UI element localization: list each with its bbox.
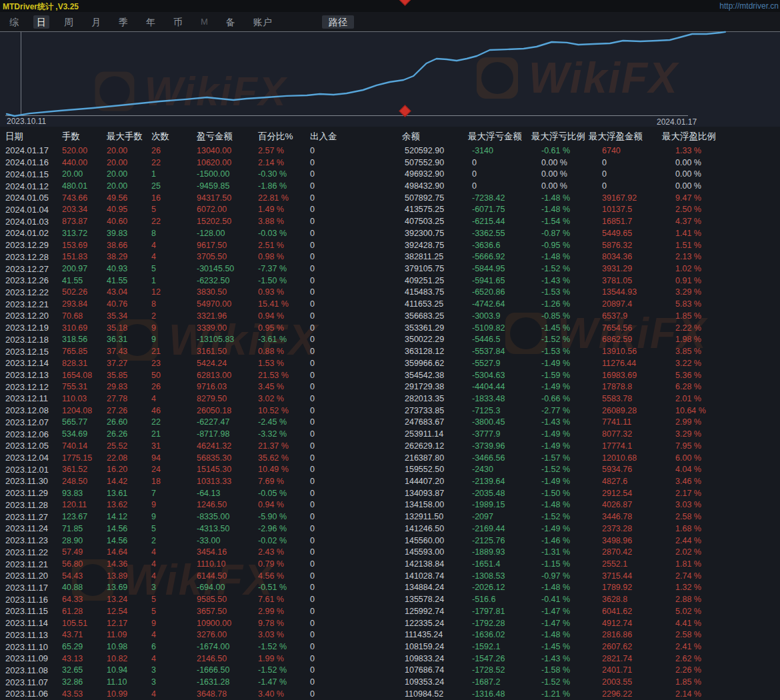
table-row[interactable]: 2023.12.05740.1425.523146241.3221.37 %02…: [0, 440, 780, 452]
cell: 0.94 %: [258, 500, 310, 509]
table-row[interactable]: 2023.11.2328.9014.562-33.00-0.02 %014556…: [0, 535, 780, 547]
cell: 3.46 %: [675, 477, 780, 486]
table-row[interactable]: 2023.11.0943.1310.8242146.501.99 %010983…: [0, 653, 780, 665]
table-row[interactable]: 2024.01.1520.0020.001-1500.00-0.30 %0496…: [0, 168, 780, 180]
table-row[interactable]: 2023.12.22502.2643.04123830.500.93 %0415…: [0, 287, 780, 299]
table-row[interactable]: 2023.11.0732.8611.103-1631.28-1.47 %0109…: [0, 676, 780, 688]
table-row[interactable]: 2023.11.27123.6714.129-8335.00-5.90 %013…: [0, 511, 780, 523]
cell: 0: [310, 512, 405, 521]
table-row[interactable]: 2023.12.21293.8440.76854970.0015.41 %041…: [0, 298, 780, 310]
cell: 0.00 %: [541, 181, 602, 191]
table-row[interactable]: 2023.11.2257.4914.6443454.162.43 %014559…: [0, 546, 780, 558]
cell: 2: [151, 536, 197, 545]
cell: -1500.00: [197, 169, 258, 179]
table-row[interactable]: 2023.12.11110.0327.7848279.503.02 %02820…: [0, 393, 780, 405]
table-row[interactable]: 2023.12.07565.7726.6022-6227.47-2.45 %02…: [0, 417, 780, 429]
table-row[interactable]: 2023.12.18318.5636.319-13105.83-3.61 %03…: [0, 334, 780, 346]
cell: 3.02 %: [258, 394, 310, 403]
cell: -3636.6: [472, 241, 541, 250]
cell: 9.78 %: [258, 619, 310, 628]
table-row[interactable]: 2023.12.131654.0835.855062813.0021.53 %0…: [0, 369, 780, 381]
cell: 125992.74: [405, 607, 472, 616]
cell: -1674.00: [197, 642, 258, 651]
table-row[interactable]: 2023.11.1664.3313.2459585.507.61 %013557…: [0, 593, 780, 605]
table-row[interactable]: 2023.11.28120.1113.6291246.500.94 %01341…: [0, 499, 780, 511]
cell: -1666.50: [197, 665, 258, 675]
menu-tab-2[interactable]: 日: [33, 15, 49, 29]
table-row[interactable]: 2023.11.1343.7111.0943276.003.03 %011143…: [0, 629, 780, 641]
table-row[interactable]: 2023.12.01361.5216.202415145.3010.49 %01…: [0, 463, 780, 475]
table-row[interactable]: 2023.12.28151.8338.2943705.500.98 %03828…: [0, 251, 780, 263]
table-row[interactable]: 2023.11.2993.8313.617-64.13-0.05 %013409…: [0, 487, 780, 499]
menu-bar: 综日周月季年币M备账户 路径: [0, 12, 780, 31]
table-row[interactable]: 2023.12.2070.6835.3423321.960.94 %035668…: [0, 310, 780, 322]
menu-tab-6[interactable]: 年: [143, 15, 159, 29]
cell: 0: [310, 335, 405, 344]
table-row[interactable]: 2023.12.081204.0827.264626050.1810.52 %0…: [0, 405, 780, 417]
table-row[interactable]: 2023.11.2156.8014.3641110.100.79 %014213…: [0, 558, 780, 570]
table-row[interactable]: 2023.11.2054.4313.8946144.504.56 %014102…: [0, 570, 780, 582]
table-row[interactable]: 2023.12.19310.6935.1893339.000.95 %03533…: [0, 322, 780, 334]
app-url-link[interactable]: http://mtdriver.cn: [719, 1, 779, 11]
table-row[interactable]: 2024.01.16440.0020.002210620.002.14 %050…: [0, 157, 780, 169]
cell: 6537.9: [602, 311, 675, 321]
cell: 3628.8: [602, 595, 675, 604]
menu-tab-7[interactable]: 币: [170, 15, 186, 29]
table-row[interactable]: 2023.12.14828.3137.27235424.241.53 %0359…: [0, 357, 780, 369]
table-row[interactable]: 2024.01.02313.7239.838-128.00-0.03 %0392…: [0, 227, 780, 239]
cell: 2023.12.14: [5, 358, 62, 368]
table-row[interactable]: 2023.11.0832.6510.943-1666.50-1.52 %0107…: [0, 665, 780, 677]
path-button[interactable]: 路径: [322, 15, 354, 29]
menu-tab-9[interactable]: 备: [223, 15, 239, 29]
table-row[interactable]: 2023.12.15765.8537.43213161.500.88 %0363…: [0, 345, 780, 357]
cell: 38.66: [107, 241, 151, 250]
menu-tab-1[interactable]: 综: [6, 15, 22, 29]
table-row[interactable]: 2023.12.041775.1522.089456835.3035.62 %0…: [0, 452, 780, 464]
cell: 0.00 %: [541, 158, 602, 167]
cell: 200.97: [62, 264, 107, 273]
table-row[interactable]: 2023.11.1561.2812.5453657.502.99 %012599…: [0, 605, 780, 617]
cell: 40.76: [107, 299, 151, 309]
cell: 1246.50: [197, 500, 258, 509]
menu-tab-8[interactable]: M: [197, 15, 211, 29]
cell: 22.08: [107, 453, 151, 463]
cell: 105.51: [62, 619, 107, 628]
table-row[interactable]: 2023.12.27200.9740.935-30145.50-7.37 %03…: [0, 263, 780, 275]
cell: 2: [151, 311, 197, 321]
table-row[interactable]: 2023.12.29153.6938.6649617.502.51 %03924…: [0, 239, 780, 251]
table-row[interactable]: 2023.12.12755.3129.83269716.033.45 %0291…: [0, 381, 780, 393]
table-row[interactable]: 2023.11.0643.5310.9943648.783.40 %011098…: [0, 688, 780, 700]
cell: 0: [310, 453, 405, 463]
table-row[interactable]: 2023.11.2471.8514.565-4313.50-2.96 %0141…: [0, 523, 780, 535]
cell: 273733.85: [405, 406, 472, 415]
table-row[interactable]: 2023.12.06534.6926.2621-8717.98-3.32 %02…: [0, 428, 780, 440]
cell: 62813.00: [197, 371, 258, 380]
menu-tab-4[interactable]: 月: [88, 15, 104, 29]
menu-tab-3[interactable]: 周: [61, 15, 77, 29]
cell: -1728.52: [472, 665, 541, 675]
cell: 0: [310, 477, 405, 486]
cell: 6740: [602, 146, 675, 155]
table-row[interactable]: 2023.11.1065.2910.986-1674.00-1.52 %0108…: [0, 641, 780, 653]
cell: -1.52 %: [258, 665, 310, 675]
cell: -64.13: [197, 489, 258, 498]
table-row[interactable]: 2024.01.04203.3440.9556072.001.49 %04135…: [0, 204, 780, 216]
table-row[interactable]: 2024.01.12480.0120.0025-9459.85-1.86 %04…: [0, 180, 780, 192]
menu-tab-5[interactable]: 季: [115, 15, 131, 29]
table-row[interactable]: 2023.11.14105.5112.17910900.009.78 %0122…: [0, 617, 780, 629]
table-row[interactable]: 2023.12.2641.5541.551-6232.50-1.50 %0409…: [0, 275, 780, 287]
cell: 20.00: [62, 169, 107, 179]
table-row[interactable]: 2024.01.05743.6649.561694317.5022.81 %05…: [0, 192, 780, 204]
table-row[interactable]: 2023.11.30248.5014.421810313.337.69 %014…: [0, 475, 780, 487]
table-row[interactable]: 2023.11.1740.8813.693-694.00-0.51 %01348…: [0, 582, 780, 594]
cell: 354542.38: [405, 371, 472, 380]
table-row[interactable]: 2024.01.03873.8740.602215202.503.88 %040…: [0, 215, 780, 227]
chart-start-date-label: 2023.10.11: [7, 117, 46, 126]
table-row[interactable]: 2024.01.17520.0020.002613040.002.57 %052…: [0, 145, 780, 157]
cell: 2373.28: [602, 524, 675, 533]
cell: 0.91 %: [675, 276, 780, 285]
cell: 11.09: [107, 630, 151, 639]
cell: 1.81 %: [675, 559, 780, 569]
cell: -1.43 %: [541, 417, 602, 427]
menu-tab-10[interactable]: 账户: [250, 15, 275, 29]
